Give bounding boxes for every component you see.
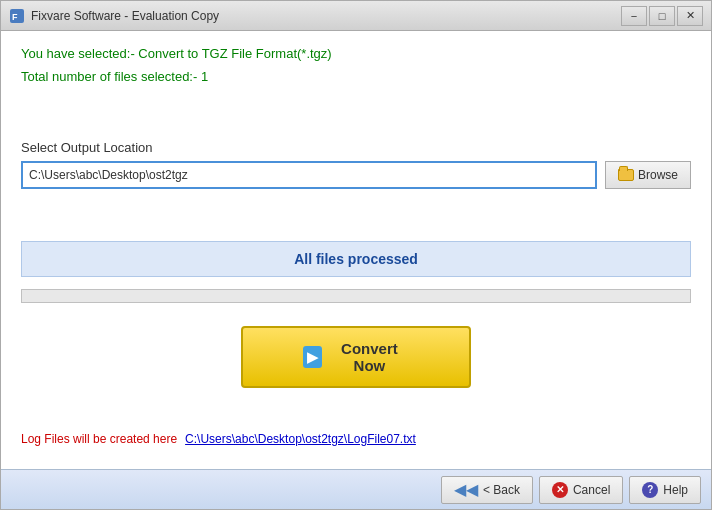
- output-path-input[interactable]: [21, 161, 597, 189]
- processed-bar: All files processed: [21, 241, 691, 277]
- cancel-icon: ✕: [552, 482, 568, 498]
- log-section: Log Files will be created here C:\Users\…: [21, 432, 691, 454]
- log-link[interactable]: C:\Users\abc\Desktop\ost2tgz\LogFile07.t…: [185, 432, 416, 446]
- browse-label: Browse: [638, 168, 678, 182]
- app-icon: F: [9, 8, 25, 24]
- maximize-button[interactable]: □: [649, 6, 675, 26]
- convert-icon: ▶: [303, 346, 322, 368]
- folder-icon: [618, 169, 634, 181]
- convert-button-label: Convert Now: [330, 340, 409, 374]
- output-section: Select Output Location Browse: [21, 140, 691, 189]
- back-button[interactable]: ◀◀ < Back: [441, 476, 533, 504]
- main-window: F Fixvare Software - Evaluation Copy − □…: [0, 0, 712, 510]
- log-label: Log Files will be created here: [21, 432, 177, 446]
- convert-now-button[interactable]: ▶ Convert Now: [241, 326, 471, 388]
- progress-bar: [21, 289, 691, 303]
- window-controls: − □ ✕: [621, 6, 703, 26]
- close-button[interactable]: ✕: [677, 6, 703, 26]
- title-bar: F Fixvare Software - Evaluation Copy − □…: [1, 1, 711, 31]
- cancel-button[interactable]: ✕ Cancel: [539, 476, 623, 504]
- processed-text: All files processed: [294, 251, 418, 267]
- output-row: Browse: [21, 161, 691, 189]
- back-label: < Back: [483, 483, 520, 497]
- help-icon: ?: [642, 482, 658, 498]
- help-label: Help: [663, 483, 688, 497]
- output-label: Select Output Location: [21, 140, 691, 155]
- cancel-label: Cancel: [573, 483, 610, 497]
- svg-text:F: F: [12, 12, 18, 22]
- help-button[interactable]: ? Help: [629, 476, 701, 504]
- info-line-2: Total number of files selected:- 1: [21, 69, 691, 84]
- back-icon: ◀◀: [454, 480, 478, 499]
- content-area: You have selected:- Convert to TGZ File …: [1, 31, 711, 469]
- window-title: Fixvare Software - Evaluation Copy: [31, 9, 621, 23]
- browse-button[interactable]: Browse: [605, 161, 691, 189]
- minimize-button[interactable]: −: [621, 6, 647, 26]
- bottom-bar: ◀◀ < Back ✕ Cancel ? Help: [1, 469, 711, 509]
- info-line-1: You have selected:- Convert to TGZ File …: [21, 46, 691, 61]
